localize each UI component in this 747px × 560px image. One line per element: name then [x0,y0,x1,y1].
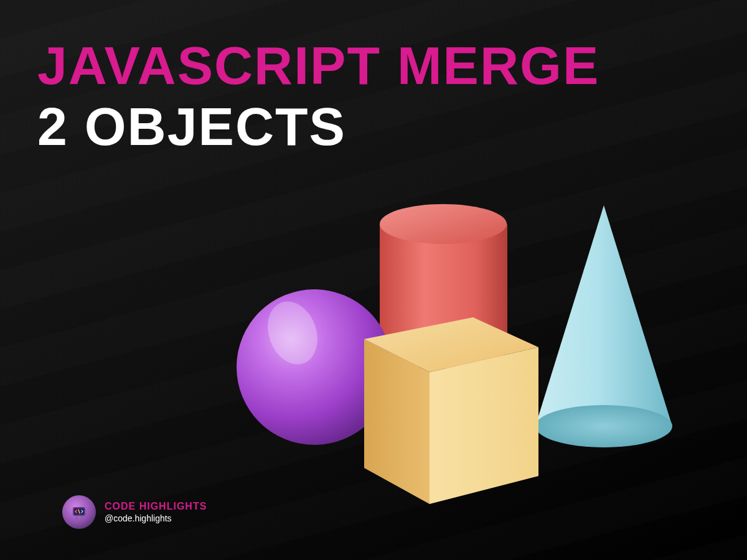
svg-point-2 [380,204,507,244]
footer-brand: CODE HIGHLIGHTS @code.highlights [62,495,207,529]
footer-text: CODE HIGHLIGHTS @code.highlights [105,501,207,523]
shapes-illustration [237,199,685,523]
brand-avatar [62,495,96,529]
svg-rect-10 [80,516,83,520]
code-character-icon [69,502,89,522]
title-line-2: 2 OBJECTS [37,97,599,156]
svg-rect-9 [75,516,78,520]
title-line-1: JAVASCRIPT MERGE [37,37,599,93]
brand-name: CODE HIGHLIGHTS [105,501,207,512]
cube-shape [364,317,538,504]
svg-point-3 [535,405,672,447]
title-block: JAVASCRIPT MERGE 2 OBJECTS [37,37,599,156]
brand-handle: @code.highlights [105,513,207,523]
cone-shape [535,205,672,447]
